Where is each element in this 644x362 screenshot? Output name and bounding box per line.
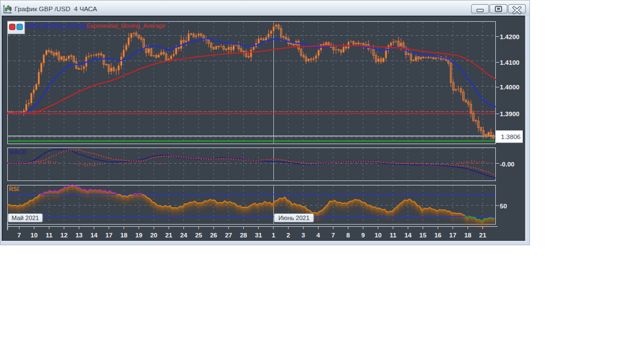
- svg-text:RSI: RSI: [9, 185, 19, 192]
- svg-text:1.4000: 1.4000: [500, 84, 519, 90]
- svg-text:15: 15: [419, 232, 427, 239]
- svg-text:14: 14: [91, 232, 98, 239]
- svg-text:24: 24: [180, 232, 187, 239]
- svg-text:2: 2: [287, 232, 290, 239]
- svg-text:18: 18: [464, 232, 471, 239]
- svg-text:50: 50: [500, 203, 507, 209]
- svg-text:18: 18: [120, 232, 127, 239]
- svg-text:1.3806: 1.3806: [501, 134, 520, 140]
- svg-text:График GBP /USD 4 ЧАСА: График GBP /USD 4 ЧАСА: [15, 5, 97, 13]
- svg-text:26: 26: [210, 232, 217, 239]
- svg-text:25: 25: [195, 232, 202, 239]
- svg-text:Май 2021: Май 2021: [12, 215, 39, 221]
- svg-text:1.3900: 1.3900: [500, 111, 519, 117]
- svg-text:20: 20: [150, 232, 158, 239]
- svg-text:1.4200: 1.4200: [500, 34, 519, 40]
- svg-text:28: 28: [240, 232, 247, 239]
- svg-text:21: 21: [479, 232, 486, 239]
- svg-text:MACD: MACD: [9, 149, 27, 155]
- svg-text:1: 1: [272, 232, 276, 239]
- svg-text:13: 13: [75, 232, 83, 239]
- svg-text:7: 7: [17, 232, 21, 239]
- svg-text:19: 19: [135, 232, 143, 239]
- svg-text:14: 14: [404, 232, 411, 239]
- svg-text:27: 27: [225, 232, 232, 239]
- svg-text:10: 10: [31, 232, 38, 239]
- svg-text:16: 16: [434, 232, 442, 239]
- svg-text:3: 3: [301, 232, 305, 239]
- svg-text:7: 7: [332, 232, 335, 239]
- svg-text:11: 11: [46, 232, 53, 239]
- svg-text:-0.00: -0.00: [500, 161, 514, 168]
- svg-text:17: 17: [449, 232, 457, 239]
- svg-text:Июнь 2021: Июнь 2021: [278, 215, 310, 221]
- svg-text:ential_Moving_Average: ential_Moving_Average: [25, 22, 89, 29]
- svg-text:31: 31: [255, 232, 262, 239]
- svg-text:12: 12: [60, 232, 68, 239]
- svg-text:1.4100: 1.4100: [500, 59, 519, 66]
- svg-text:4: 4: [316, 232, 320, 239]
- svg-text:9: 9: [361, 232, 364, 239]
- svg-text:21: 21: [165, 232, 172, 239]
- svg-text:17: 17: [105, 232, 112, 239]
- svg-text:10: 10: [375, 232, 382, 239]
- svg-text:11: 11: [390, 232, 397, 239]
- svg-text:8: 8: [347, 232, 351, 239]
- svg-text:Exponential_Moving_Average: Exponential_Moving_Average: [87, 22, 165, 29]
